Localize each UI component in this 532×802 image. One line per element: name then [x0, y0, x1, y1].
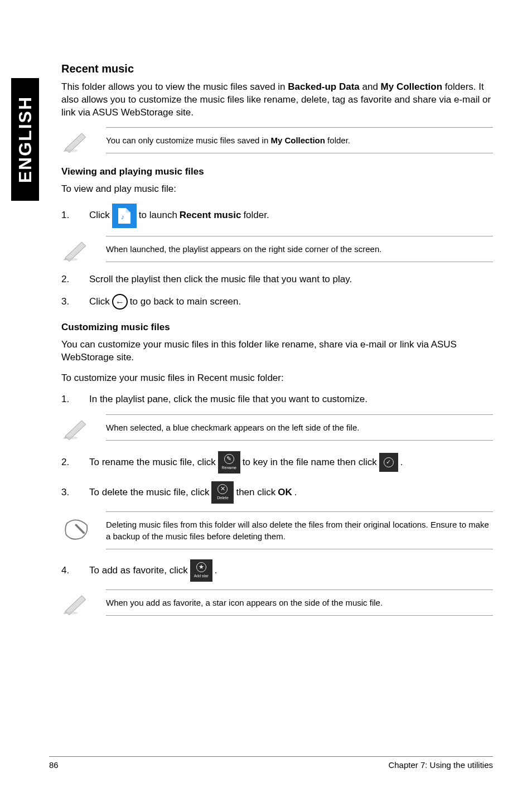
language-side-tab: ENGLISH [11, 78, 39, 201]
customizing-lead1: You can customize your music files in th… [61, 339, 493, 364]
hand-caution-icon [61, 517, 93, 544]
svg-point-0 [64, 149, 78, 152]
customizing-lead2: To customize your music files in Recent … [61, 372, 493, 385]
page-content: Recent music This folder allows you to v… [61, 62, 493, 626]
page-footer: 86 Chapter 7: Using the utilities [49, 756, 493, 770]
subhead-customizing: Customizing music files [61, 322, 493, 333]
page-number: 86 [49, 760, 59, 770]
viewing-step-2: 2. Scroll the playlist then click the mu… [61, 273, 493, 287]
pencil-note-icon [61, 590, 93, 616]
recent-music-tile-icon: ♪ [112, 204, 137, 228]
pencil-note-icon [61, 127, 93, 154]
note-favorite-star: When you add as favorite, a star icon ap… [61, 590, 493, 616]
customizing-step-2: 2. To rename the music file, click ✎Rena… [61, 451, 493, 474]
chapter-label: Chapter 7: Using the utilities [388, 760, 493, 770]
viewing-step-1: 1. Click ♪ to launch Recent music folder… [61, 204, 493, 228]
customizing-step-1: 1. In the playlist pane, click the music… [61, 393, 493, 407]
svg-point-2 [64, 436, 78, 439]
add-star-button-icon: ★Add star [190, 559, 212, 582]
pencil-note-icon [61, 236, 93, 263]
confirm-check-icon: ✓ [379, 453, 398, 472]
note-only-mycollection: You can only customize music files saved… [61, 127, 493, 154]
svg-point-1 [64, 258, 78, 260]
customizing-step-4: 4. To add as favorite, click ★Add star . [61, 559, 493, 582]
note-selected-checkmark: When selected, a blue checkmark appears … [61, 414, 493, 441]
recent-music-intro: This folder allows you to view the music… [61, 81, 493, 119]
viewing-step-3: 3. Click ← to go back to main screen. [61, 294, 493, 310]
back-arrow-icon: ← [112, 294, 128, 310]
rename-button-icon: ✎Rename [218, 451, 240, 474]
svg-point-3 [64, 611, 78, 614]
note-delete-warning: Deleting music files from this folder wi… [61, 511, 493, 549]
note-playlist-appears: When launched, the playlist appears on t… [61, 236, 493, 263]
section-title-recent-music: Recent music [61, 62, 493, 75]
customizing-step-3: 3. To delete the music file, click ✕Dele… [61, 481, 493, 504]
delete-button-icon: ✕Delete [211, 481, 234, 504]
subhead-viewing: Viewing and playing music files [61, 166, 493, 177]
pencil-note-icon [61, 414, 93, 441]
language-label: ENGLISH [15, 96, 36, 183]
viewing-lead: To view and play music file: [61, 183, 493, 196]
